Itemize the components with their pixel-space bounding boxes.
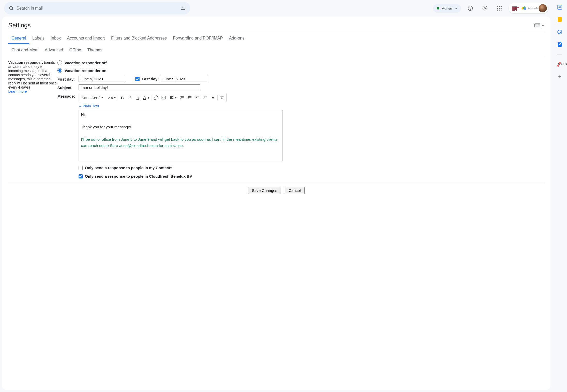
- svg-rect-3: [183, 9, 184, 10]
- chevron-down-icon: ▼: [101, 96, 104, 99]
- form-actions: Save Changes Cancel: [8, 183, 544, 198]
- cloudfresh-logo: cloudfresh: [522, 6, 538, 10]
- svg-point-26: [188, 96, 189, 97]
- indent-less-button[interactable]: [194, 94, 201, 101]
- input-tools-button[interactable]: [534, 23, 544, 27]
- save-button[interactable]: Save Changes: [248, 187, 281, 194]
- tab-add-ons[interactable]: Add-ons: [226, 32, 248, 44]
- text-color-button[interactable]: A ▼: [142, 94, 151, 101]
- contacts-app-icon[interactable]: [557, 42, 562, 47]
- svg-rect-21: [181, 96, 184, 97]
- svg-point-28: [188, 97, 189, 98]
- chevron-down-icon: [542, 24, 544, 27]
- svg-point-7: [497, 6, 498, 7]
- add-addon-button[interactable]: +: [557, 74, 562, 79]
- tab-accounts-and-import[interactable]: Accounts and Import: [64, 32, 108, 44]
- svg-line-1: [12, 9, 13, 10]
- svg-text:3: 3: [180, 98, 181, 100]
- vacation-off-radio[interactable]: [57, 60, 62, 65]
- status-pill[interactable]: Active: [433, 4, 461, 13]
- contacts-only-checkbox[interactable]: [79, 166, 83, 170]
- indent-more-button[interactable]: [201, 94, 209, 101]
- status-label: Active: [442, 6, 453, 11]
- vacation-on-label[interactable]: Vacation responder on: [65, 68, 106, 73]
- bold-button[interactable]: B: [118, 94, 126, 101]
- message-editor[interactable]: Hi, Thank you for your message! I'll be …: [79, 110, 283, 161]
- calendar-app-icon[interactable]: [557, 5, 562, 10]
- tab-inbox[interactable]: Inbox: [48, 32, 64, 44]
- svg-rect-25: [181, 99, 184, 99]
- cancel-button[interactable]: Cancel: [285, 187, 305, 194]
- plus-icon: +: [558, 73, 562, 80]
- svg-point-5: [470, 9, 471, 9]
- last-day-label: Last day:: [142, 77, 159, 81]
- domain-only-label[interactable]: Only send a response to people in Cloudf…: [85, 174, 192, 178]
- editor-toolbar: Sans Serif ▼ ▼ B I: [79, 93, 227, 102]
- chevron-down-icon: ▼: [174, 96, 177, 99]
- account-switcher[interactable]: |||i|⁺ cloudfresh: [509, 3, 548, 13]
- tab-chat-and-meet[interactable]: Chat and Meet: [8, 44, 42, 56]
- numbered-list-button[interactable]: 123: [178, 94, 186, 101]
- org-logo-icon: |||i|⁺: [510, 4, 520, 12]
- vacation-responder-section: Vacation responder: (sends an automated …: [8, 56, 544, 183]
- tab-labels[interactable]: Labels: [29, 32, 48, 44]
- svg-rect-34: [197, 98, 199, 98]
- status-dot-icon: [437, 7, 439, 10]
- vacation-on-radio[interactable]: [57, 68, 62, 73]
- tab-general[interactable]: General: [8, 32, 29, 44]
- search-icon[interactable]: [6, 3, 17, 13]
- svg-rect-37: [205, 97, 207, 97]
- tab-offline[interactable]: Offline: [66, 44, 84, 56]
- help-icon[interactable]: [465, 3, 476, 13]
- search-input[interactable]: [17, 6, 178, 11]
- align-button[interactable]: ▼: [169, 94, 178, 101]
- asana-app-icon[interactable]: <883>: [557, 62, 562, 67]
- tab-forwarding-and-pop-imap[interactable]: Forwarding and POP/IMAP: [170, 32, 226, 44]
- search-bar: [4, 2, 190, 14]
- subject-input[interactable]: [79, 84, 200, 90]
- image-button[interactable]: [160, 94, 167, 101]
- svg-point-8: [499, 6, 500, 7]
- plain-text-link[interactable]: « Plain Text: [79, 102, 99, 110]
- last-day-checkbox[interactable]: [135, 77, 140, 81]
- svg-point-13: [497, 10, 498, 11]
- learn-more-link[interactable]: Learn more: [8, 89, 27, 93]
- section-description: (sends an automated reply to incoming me…: [8, 60, 57, 89]
- quote-button[interactable]: [209, 94, 217, 101]
- svg-rect-38: [205, 98, 207, 98]
- search-options-icon[interactable]: [178, 3, 188, 13]
- svg-point-9: [501, 6, 502, 7]
- tab-themes[interactable]: Themes: [84, 44, 105, 56]
- tasks-app-icon[interactable]: [557, 29, 562, 35]
- apps-grid-icon[interactable]: [494, 3, 504, 13]
- font-size-button[interactable]: ▼: [107, 94, 117, 101]
- editor-line: Thank you for your message!: [81, 124, 280, 130]
- avatar[interactable]: [539, 4, 547, 12]
- underline-button[interactable]: U: [134, 94, 142, 101]
- link-button[interactable]: [152, 94, 160, 101]
- message-label: Message:: [57, 93, 75, 98]
- svg-rect-29: [189, 97, 191, 98]
- svg-point-10: [497, 8, 498, 9]
- svg-rect-27: [189, 96, 191, 97]
- svg-rect-33: [197, 97, 199, 97]
- last-day-input[interactable]: [161, 76, 207, 82]
- remove-formatting-button[interactable]: [218, 94, 226, 101]
- svg-rect-18: [170, 97, 172, 98]
- font-family-select[interactable]: Sans Serif ▼: [79, 96, 105, 100]
- italic-button[interactable]: I: [126, 94, 134, 101]
- vacation-off-label[interactable]: Vacation responder off: [65, 61, 107, 65]
- editor-line: Hi,: [81, 112, 280, 118]
- tab-filters-and-blocked-addresses[interactable]: Filters and Blocked Addresses: [108, 32, 170, 44]
- domain-only-checkbox[interactable]: [79, 174, 83, 178]
- svg-rect-32: [196, 96, 199, 96]
- svg-point-30: [188, 98, 189, 99]
- settings-gear-icon[interactable]: [480, 3, 490, 13]
- svg-rect-2: [182, 6, 182, 8]
- tab-advanced[interactable]: Advanced: [42, 44, 66, 56]
- bullet-list-button[interactable]: [186, 94, 194, 101]
- svg-point-14: [499, 10, 500, 11]
- keep-app-icon[interactable]: [557, 17, 562, 22]
- contacts-only-label[interactable]: Only send a response to people in my Con…: [85, 166, 172, 170]
- first-day-input[interactable]: [79, 76, 125, 82]
